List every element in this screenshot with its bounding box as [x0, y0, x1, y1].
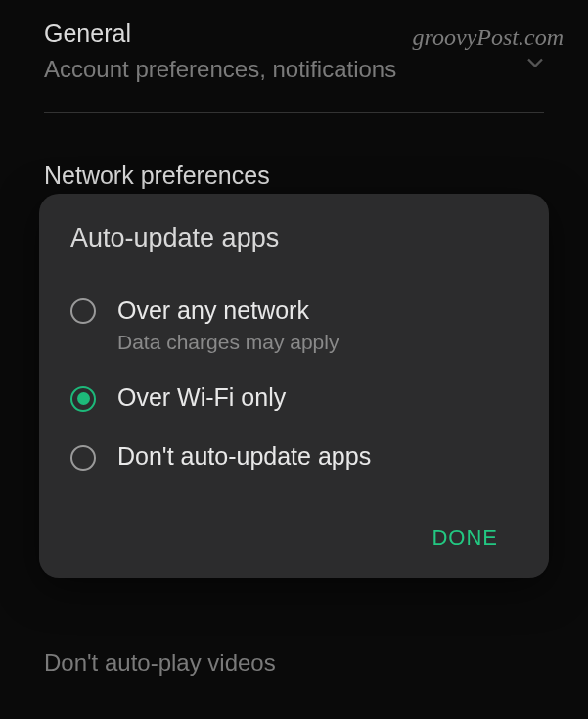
radio-icon [70, 298, 96, 324]
radio-option-any-network[interactable]: Over any network Data charges may apply [67, 281, 521, 368]
dialog-title: Auto-update apps [67, 223, 521, 253]
watermark-text: groovyPost.com [413, 24, 564, 51]
radio-content: Over any network Data charges may apply [117, 294, 518, 354]
radio-label: Over Wi-Fi only [117, 382, 518, 414]
auto-update-dialog: Auto-update apps Over any network Data c… [39, 194, 549, 578]
settings-screen: groovyPost.com General Account preferenc… [0, 0, 588, 719]
radio-option-wifi-only[interactable]: Over Wi-Fi only [67, 368, 521, 427]
done-button[interactable]: DONE [418, 516, 512, 561]
dialog-actions: DONE [67, 516, 521, 561]
radio-content: Over Wi-Fi only [117, 382, 518, 414]
radio-option-dont-update[interactable]: Don't auto-update apps [67, 427, 521, 486]
radio-icon-selected [70, 386, 96, 412]
radio-label: Over any network [117, 294, 518, 327]
dialog-overlay: Auto-update apps Over any network Data c… [0, 0, 588, 719]
radio-content: Don't auto-update apps [117, 440, 518, 472]
radio-icon [70, 445, 96, 471]
radio-label: Don't auto-update apps [117, 440, 518, 472]
radio-sublabel: Data charges may apply [117, 331, 518, 354]
